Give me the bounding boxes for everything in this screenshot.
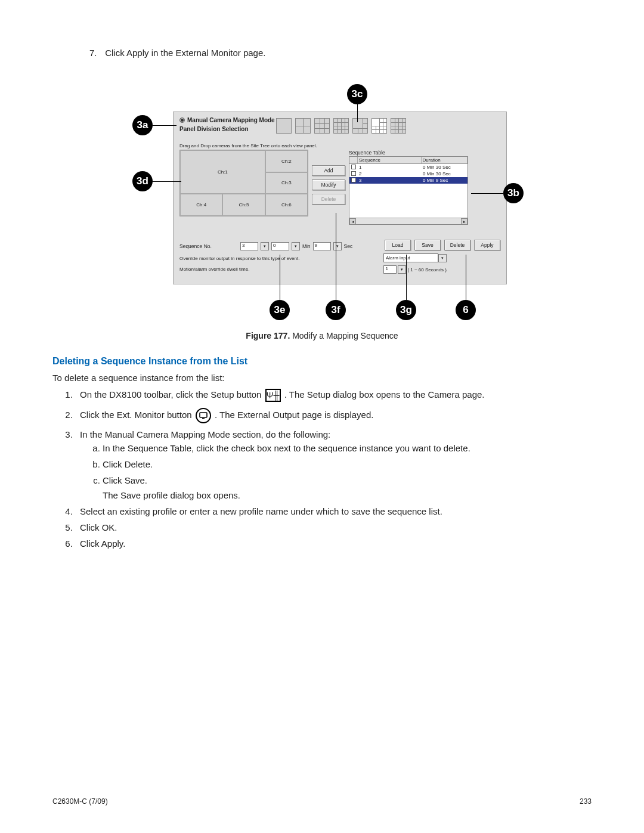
table-row[interactable]: 1 0 Min 30 Sec	[349, 164, 467, 171]
setup-button-icon: Ψ╫	[265, 389, 281, 402]
layout-1plus7-icon[interactable]	[371, 118, 387, 134]
seq-no-input[interactable]: 3	[240, 242, 258, 250]
callout-3a: 3a	[132, 115, 153, 135]
svg-rect-0	[200, 413, 207, 417]
view-cell-ch2[interactable]: Ch:2	[265, 150, 308, 172]
lead-3e	[280, 255, 280, 300]
seq-table-header: Sequence Duration	[349, 157, 467, 164]
callout-3f: 3f	[326, 300, 346, 320]
callout-3g: 3g	[396, 300, 416, 320]
add-button[interactable]: Add	[312, 165, 345, 176]
step-7-num: 7.	[89, 48, 103, 58]
view-cell-ch3[interactable]: Ch:3	[265, 172, 308, 194]
view-cell-ch4[interactable]: Ch:4	[180, 194, 222, 216]
sequence-no-row: Sequence No. 3 ▾ 0 ▾ Min 9 ▾ Sec	[179, 242, 352, 250]
sec-input[interactable]: 9	[313, 242, 331, 250]
step-3b: Click Delete.	[103, 459, 592, 469]
step-3-sublist: In the Sequence Table, click the check b…	[103, 443, 592, 500]
step-2: Click the Ext. Monitor button . The Exte…	[75, 408, 592, 423]
callout-3e: 3e	[270, 300, 290, 320]
lead-3g	[406, 255, 407, 300]
radio-selected-icon[interactable]	[179, 117, 185, 123]
checkbox-icon[interactable]	[351, 165, 356, 169]
alarm-input-row: Alarm input ▾	[383, 253, 447, 262]
callout-3b: 3b	[503, 183, 524, 203]
modify-button[interactable]: Modify	[312, 179, 345, 190]
callout-3c: 3c	[347, 84, 367, 104]
intro-text: To delete a sequence instance from the l…	[52, 373, 592, 383]
right-btn-row: Load Save Delete Apply	[385, 240, 500, 250]
view-cell-ch6[interactable]: Ch:6	[265, 194, 308, 216]
figure-caption: Figure 177. Modify a Mapping Sequence	[52, 331, 592, 340]
lead-3f	[336, 213, 336, 300]
delete-button[interactable]: Delete	[444, 240, 470, 250]
step-7-text: Click Apply in the External Monitor page…	[105, 48, 265, 58]
seq-table-title: Sequence Table	[349, 150, 500, 156]
layout-4x4-icon[interactable]	[333, 118, 349, 134]
scroll-left-icon[interactable]: ◂	[349, 218, 356, 225]
layout-1plus12-icon[interactable]	[391, 118, 406, 134]
view-panel-grid[interactable]: Ch:1 Ch:2 Ch:3 Ch:4 Ch:5 Ch:6	[179, 150, 308, 216]
view-cell-ch5[interactable]: Ch:5	[222, 194, 265, 216]
min-label: Min	[302, 243, 311, 249]
col-duration: Duration	[422, 157, 468, 163]
figure-177: 3a 3c 3d 3b 3e 3f 3g 6 Manual Camera Map…	[89, 76, 555, 320]
footer-left: C2630M-C (7/09)	[52, 797, 108, 806]
step-1: On the DX8100 toolbar, click the Setup b…	[75, 389, 592, 402]
caption-prefix: Figure 177.	[246, 331, 290, 340]
min-input[interactable]: 0	[271, 242, 289, 250]
lead-3c	[357, 104, 358, 122]
drag-instruction: Drag and Drop cameras from the Site Tree…	[179, 143, 500, 148]
step-7-line: 7. Click Apply in the External Monitor p…	[89, 48, 592, 58]
scroll-right-icon[interactable]: ▸	[461, 218, 467, 225]
layout-2x2-icon[interactable]	[295, 118, 311, 134]
table-row[interactable]: 2 0 Min 30 Sec	[349, 171, 467, 177]
step-3a: In the Sequence Table, click the check b…	[103, 443, 592, 453]
seconds-range-label: ( 1 ~ 60 Seconds )	[407, 267, 447, 272]
step-3c: Click Save. The Save profile dialog box …	[103, 475, 592, 500]
seconds-range-row: 1 ▾ ( 1 ~ 60 Seconds )	[383, 265, 447, 274]
save-button[interactable]: Save	[414, 240, 441, 250]
footer-right: 233	[580, 797, 592, 806]
step-4: Select an existing profile or enter a ne…	[75, 506, 592, 516]
callout-6: 6	[456, 300, 476, 320]
layout-3x3-icon[interactable]	[314, 118, 330, 134]
panel-division-icons	[276, 118, 406, 134]
alarm-input-select[interactable]: Alarm input	[383, 253, 438, 262]
dropdown-icon[interactable]: ▾	[292, 242, 300, 250]
delete-seq-button[interactable]: Delete	[312, 194, 345, 205]
load-button[interactable]: Load	[385, 240, 411, 250]
step-3: In the Manual Camera Mapping Mode sectio…	[75, 429, 592, 500]
col-sequence: Sequence	[358, 157, 422, 163]
seq-no-label: Sequence No.	[179, 243, 212, 249]
step-3c-followup: The Save profile dialog box opens.	[103, 490, 592, 500]
layout-1x1-icon[interactable]	[276, 118, 292, 134]
checkbox-icon[interactable]	[351, 171, 356, 176]
seq-btn-column: Add Modify Delete	[312, 150, 345, 225]
seconds-input[interactable]: 1	[383, 265, 397, 274]
page-footer: C2630M-C (7/09) 233	[52, 797, 592, 806]
lead-3b	[471, 193, 503, 194]
lead-6	[466, 255, 466, 300]
dropdown-icon[interactable]: ▾	[398, 265, 406, 274]
dropdown-icon[interactable]: ▾	[261, 242, 269, 250]
table-row-selected[interactable]: 3 0 Min 9 Sec	[349, 177, 467, 184]
apply-button[interactable]: Apply	[474, 240, 500, 250]
h-scrollbar[interactable]: ◂ ▸	[349, 218, 467, 224]
view-cell-ch1[interactable]: Ch:1	[180, 150, 265, 194]
checkbox-icon[interactable]	[351, 178, 356, 182]
step-6: Click Apply.	[75, 538, 592, 549]
callout-3d: 3d	[132, 171, 153, 191]
lead-3d	[153, 181, 181, 182]
lead-3a	[153, 125, 177, 126]
layout-1plus5-icon[interactable]	[352, 118, 368, 134]
override-text: Override monitor output in response to t…	[179, 256, 299, 261]
sec-label: Sec	[344, 243, 353, 249]
sequence-table[interactable]: Sequence Duration 1 0 Min 30 Sec 2 0 Min…	[349, 156, 468, 225]
mapping-dialog: Manual Camera Mapping Mode Panel Divisio…	[173, 112, 507, 284]
dwell-text: Motion/alarm override dwell time.	[179, 267, 249, 272]
step-5: Click OK.	[75, 522, 592, 532]
dropdown-icon[interactable]: ▾	[438, 254, 447, 262]
dropdown-icon[interactable]: ▾	[333, 242, 342, 250]
mode-label: Manual Camera Mapping Mode	[187, 117, 275, 123]
